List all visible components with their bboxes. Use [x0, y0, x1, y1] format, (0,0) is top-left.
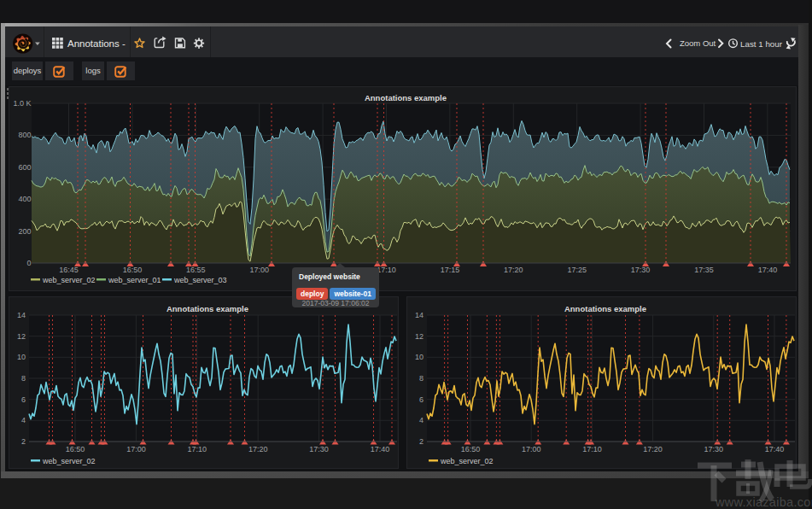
svg-text:16:45: 16:45: [59, 266, 79, 274]
svg-text:17:30: 17:30: [309, 445, 329, 453]
svg-text:16:50: 16:50: [66, 445, 85, 453]
svg-text:1.0 K: 1.0 K: [13, 99, 31, 108]
svg-text:10: 10: [17, 353, 26, 361]
svg-text:17:00: 17:00: [522, 445, 541, 453]
svg-text:400: 400: [18, 195, 31, 203]
svg-text:Annotations -: Annotations -: [67, 38, 126, 49]
svg-text:17:00: 17:00: [126, 445, 146, 453]
svg-text:2: 2: [21, 437, 26, 446]
svg-text:6: 6: [419, 395, 424, 404]
svg-text:Annotations example: Annotations example: [365, 93, 447, 102]
svg-text:17:25: 17:25: [567, 266, 587, 274]
svg-text:web_server_03: web_server_03: [173, 276, 227, 284]
svg-text:17:40: 17:40: [765, 445, 785, 453]
svg-text:6: 6: [21, 395, 26, 404]
svg-text:17:00: 17:00: [249, 266, 269, 274]
svg-text:200: 200: [18, 227, 31, 236]
svg-text:Annotations example: Annotations example: [166, 304, 248, 313]
svg-text:16:50: 16:50: [461, 445, 481, 453]
svg-text:800: 800: [18, 131, 31, 139]
svg-text:17:10: 17:10: [377, 266, 396, 274]
svg-text:Zoom Out: Zoom Out: [680, 38, 716, 48]
svg-text:17:35: 17:35: [694, 266, 714, 274]
svg-text:17:10: 17:10: [188, 445, 207, 453]
svg-text:17:20: 17:20: [643, 445, 663, 453]
svg-text:Annotations example: Annotations example: [564, 304, 646, 313]
svg-text:10: 10: [415, 353, 424, 361]
svg-text:4: 4: [419, 416, 424, 424]
svg-text:web_server_02: web_server_02: [440, 457, 494, 465]
svg-text:8: 8: [21, 374, 26, 383]
svg-text:4: 4: [21, 416, 26, 424]
svg-text:2: 2: [419, 437, 424, 446]
svg-text:17:40: 17:40: [758, 266, 778, 274]
svg-text:0: 0: [26, 259, 31, 267]
svg-text:web_server_02: web_server_02: [42, 457, 96, 465]
svg-text:17:30: 17:30: [631, 266, 651, 274]
svg-text:8: 8: [419, 374, 424, 383]
svg-text:Last 1 hour: Last 1 hour: [740, 39, 783, 49]
svg-text:17:15: 17:15: [441, 266, 460, 274]
svg-text:12: 12: [17, 332, 26, 341]
svg-text:14: 14: [415, 311, 424, 319]
svg-text:web_server_02: web_server_02: [42, 276, 96, 284]
svg-text:17:20: 17:20: [504, 266, 523, 274]
svg-text:12: 12: [415, 332, 424, 341]
svg-text:17:30: 17:30: [704, 445, 724, 453]
svg-text:17:10: 17:10: [582, 445, 602, 453]
svg-text:14: 14: [17, 311, 26, 319]
svg-text:17:20: 17:20: [248, 445, 268, 453]
svg-text:16:55: 16:55: [186, 266, 206, 274]
svg-text:17:40: 17:40: [371, 445, 390, 453]
svg-text:16:50: 16:50: [123, 266, 143, 274]
svg-text:web_server_01: web_server_01: [108, 276, 161, 284]
svg-text:600: 600: [18, 163, 31, 172]
